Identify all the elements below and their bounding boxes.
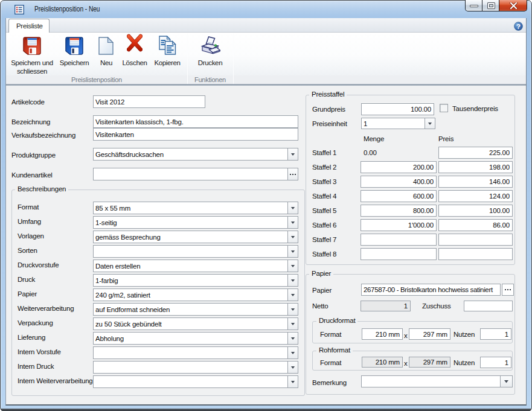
svg-text:?: ? [516, 23, 521, 30]
